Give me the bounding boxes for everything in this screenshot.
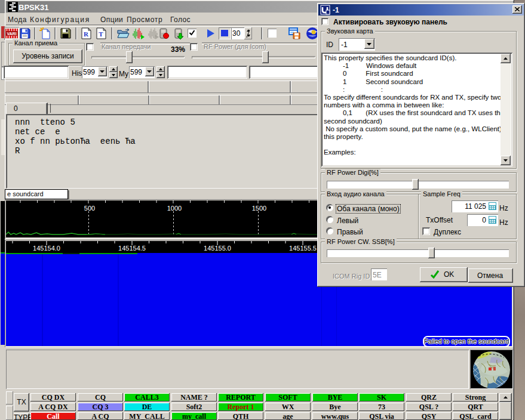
svg-text:1000: 1000 [167, 205, 182, 212]
svg-text:145154.5: 145154.5 [118, 245, 146, 252]
svg-text:145155.5: 145155.5 [289, 245, 317, 252]
svg-text:R: R [84, 30, 89, 38]
svg-text:VARI: VARI [7, 32, 16, 36]
svg-text:1500: 1500 [252, 205, 266, 212]
svg-text:145155.0: 145155.0 [204, 245, 231, 252]
svg-text:T: T [99, 30, 103, 38]
svg-text:500: 500 [84, 205, 95, 212]
svg-text:145154.0: 145154.0 [33, 245, 60, 252]
